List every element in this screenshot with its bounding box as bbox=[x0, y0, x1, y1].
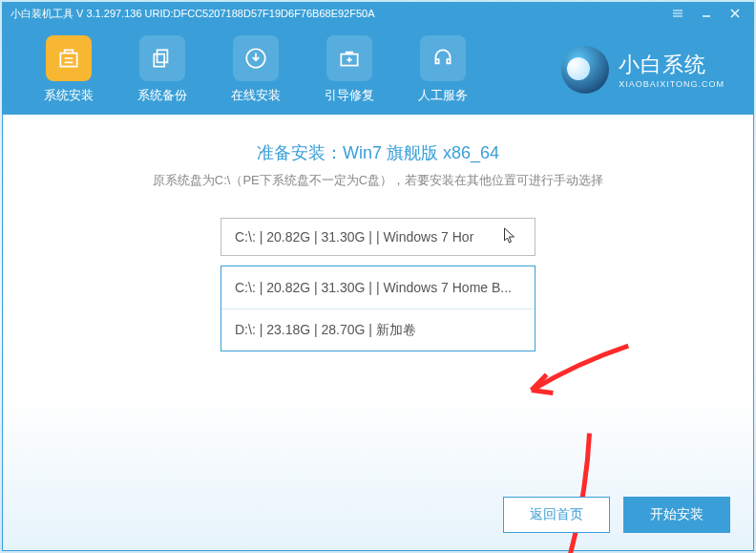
svg-rect-0 bbox=[158, 50, 168, 62]
button-label: 开始安装 bbox=[650, 506, 704, 523]
back-button[interactable]: 返回首页 bbox=[503, 497, 610, 533]
headset-icon bbox=[420, 35, 466, 81]
download-icon bbox=[233, 35, 279, 81]
disk-dropdown-list: C:\: | 20.82G | 31.30G | | Windows 7 Hom… bbox=[220, 266, 536, 351]
selected-text: C:\: | 20.82G | 31.30G | | Windows 7 Hor bbox=[235, 229, 473, 245]
nav-system-backup[interactable]: 系统备份 bbox=[125, 35, 200, 104]
brand-subtitle: XIAOBAIXITONG.COM bbox=[619, 79, 724, 89]
annotation-arrow-1 bbox=[509, 335, 644, 441]
menu-icon bbox=[672, 8, 683, 19]
nav-online-install[interactable]: 在线安装 bbox=[219, 35, 293, 104]
header: 系统安装 系统备份 在线安装 引导修复 bbox=[3, 24, 753, 115]
disk-option-c[interactable]: C:\: | 20.82G | 31.30G | | Windows 7 Hom… bbox=[221, 266, 535, 308]
brand-title: 小白系统 bbox=[619, 51, 724, 79]
close-icon bbox=[729, 8, 741, 19]
install-hint: 原系统盘为C:\（PE下系统盘不一定为C盘），若要安装在其他位置可进行手动选择 bbox=[153, 172, 603, 189]
copy-icon bbox=[139, 35, 185, 81]
option-text: C:\: | 20.82G | 31.30G | | Windows 7 Hom… bbox=[235, 280, 512, 295]
nav-label: 人工服务 bbox=[418, 87, 468, 104]
menu-button[interactable] bbox=[663, 3, 692, 24]
minimize-button[interactable] bbox=[692, 3, 721, 24]
window-controls bbox=[663, 3, 749, 24]
nav: 系统安装 系统备份 在线安装 引导修复 bbox=[32, 35, 480, 104]
button-label: 返回首页 bbox=[530, 506, 583, 523]
brand: 小白系统 XIAOBAIXITONG.COM bbox=[561, 46, 724, 94]
nav-label: 系统备份 bbox=[137, 87, 187, 104]
titlebar: 小白装机工具 V 3.1.297.136 URID:DFCC5207188D57… bbox=[3, 3, 753, 24]
titlebar-text: 小白装机工具 V 3.1.297.136 URID:DFCC5207188D57… bbox=[10, 7, 375, 21]
cursor-icon bbox=[503, 227, 517, 247]
option-text: D:\: | 23.18G | 28.70G | 新加卷 bbox=[235, 322, 416, 339]
install-title: 准备安装：Win7 旗舰版 x86_64 bbox=[257, 141, 499, 164]
nav-boot-repair[interactable]: 引导修复 bbox=[312, 35, 387, 104]
box-icon bbox=[46, 35, 92, 81]
medkit-icon bbox=[326, 35, 372, 81]
footer-buttons: 返回首页 开始安装 bbox=[503, 497, 730, 533]
minimize-icon bbox=[701, 8, 712, 19]
disk-dropdown-selected[interactable]: C:\: | 20.82G | 31.30G | | Windows 7 Hor bbox=[220, 218, 536, 256]
nav-system-install[interactable]: 系统安装 bbox=[32, 35, 106, 104]
disk-dropdown: C:\: | 20.82G | 31.30G | | Windows 7 Hor… bbox=[220, 218, 536, 351]
start-install-button[interactable]: 开始安装 bbox=[623, 497, 730, 533]
nav-label: 在线安装 bbox=[231, 87, 281, 104]
app-window: 小白装机工具 V 3.1.297.136 URID:DFCC5207188D57… bbox=[2, 2, 754, 551]
nav-label: 引导修复 bbox=[325, 87, 374, 104]
disk-option-d[interactable]: D:\: | 23.18G | 28.70G | 新加卷 bbox=[221, 308, 535, 351]
content: 准备安装：Win7 旗舰版 x86_64 原系统盘为C:\（PE下系统盘不一定为… bbox=[3, 115, 753, 550]
nav-human-service[interactable]: 人工服务 bbox=[406, 35, 480, 104]
close-button[interactable] bbox=[721, 3, 749, 24]
brand-logo-icon bbox=[561, 46, 609, 94]
nav-label: 系统安装 bbox=[44, 87, 94, 104]
brand-text: 小白系统 XIAOBAIXITONG.COM bbox=[619, 51, 724, 89]
svg-rect-1 bbox=[154, 53, 164, 66]
